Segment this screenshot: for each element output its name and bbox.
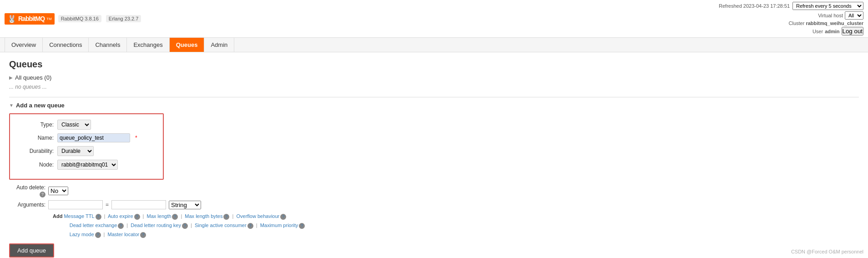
add-queue-form-box: Type: Classic Quorum Name: * Durability:… [9,113,164,180]
dead-letter-exchange-link[interactable]: Dead letter exchange [70,223,117,228]
auto-expire-help[interactable]: ? [134,214,140,220]
max-length-bytes-help[interactable]: ? [223,214,229,220]
cluster-row: Cluster rabbitmq_weihu_cluster [719,20,863,26]
auto-delete-help[interactable]: ? [40,192,45,197]
arguments-key-input[interactable] [48,200,103,209]
arguments-value-input[interactable] [111,200,166,209]
nav-channels[interactable]: Channels [89,38,127,52]
top-bar: 🐰 RabbitMQTM RabbitMQ 3.8.16 Erlang 23.2… [0,0,868,38]
watermark: CSDN @Forced O&M personnel [791,249,863,254]
divider [9,97,859,97]
mp-help[interactable]: ? [299,223,305,229]
refresh-select[interactable]: Refresh every 5 seconds Refresh every 10… [792,2,863,10]
auto-delete-row: Auto delete: ? No Yes [9,184,859,197]
refreshed-label: Refreshed 2023-04-23 17:28:51 [719,3,790,9]
rabbit-icon: 🐰 [7,15,16,23]
lazy-mode-link[interactable]: Lazy mode [70,232,94,237]
max-priority-link[interactable]: Maximum priority [260,223,298,228]
msg-ttl-help[interactable]: ? [96,214,101,220]
top-right: Refreshed 2023-04-23 17:28:51 Refresh ev… [719,2,863,35]
add-queue-button[interactable]: Add queue [9,243,54,258]
max-length-bytes-link[interactable]: Max length bytes [185,213,222,219]
args-eq: = [106,202,109,208]
nav-connections[interactable]: Connections [43,38,89,52]
hint-links: Add Message TTL? | Auto expire? | Max le… [53,212,859,239]
rabbitmq-version: RabbitMQ 3.8.16 [58,15,101,22]
ml-help[interactable]: ? [140,232,146,238]
sac-help[interactable]: ? [247,223,253,229]
add-queue-section-label: Add a new queue [16,102,65,109]
nav-admin[interactable]: Admin [204,38,234,52]
page-title: Queues [9,59,859,70]
dead-letter-routing-link[interactable]: Dead letter routing key [131,223,181,228]
max-length-link[interactable]: Max length [147,213,172,219]
vhost-label: Virtual host [818,13,843,18]
dle-help[interactable]: ? [118,223,124,229]
main-content: Queues ▶ All queues (0) ... no queues ..… [0,52,868,258]
name-input[interactable] [57,133,130,142]
nav-exchanges[interactable]: Exchanges [127,38,169,52]
node-select[interactable]: rabbit@rabbitmq01 [57,160,118,170]
refresh-row: Refreshed 2023-04-23 17:28:51 Refresh ev… [719,2,863,10]
user-value: admin [825,29,839,34]
cluster-value: rabbitmq_weihu_cluster [806,20,863,26]
type-select[interactable]: Classic Quorum [57,120,91,130]
auto-delete-select[interactable]: No Yes [48,187,68,195]
logout-button[interactable]: Log out [842,27,863,35]
name-label: Name: [17,135,54,141]
arguments-label: Arguments: [9,202,45,208]
add-queue-arrow: ▼ [9,103,14,108]
vhost-row: Virtual host All [719,11,863,20]
vhost-select[interactable]: All [845,11,863,20]
auto-expire-link[interactable]: Auto expire [108,213,133,219]
type-label: Type: [17,121,54,128]
user-label: User [812,29,823,34]
name-row: Name: * [17,133,156,142]
node-label: Node: [17,162,54,168]
add-queue-header[interactable]: ▼ Add a new queue [9,102,859,109]
overflow-help[interactable]: ? [280,214,286,220]
nav: Overview Connections Channels Exchanges … [0,38,868,52]
max-length-help[interactable]: ? [172,214,178,220]
type-row: Type: Classic Quorum [17,120,156,130]
nav-queues[interactable]: Queues [170,38,205,52]
all-queues-label: All queues (0) [15,74,51,81]
required-star: * [135,135,137,141]
dlrk-help[interactable]: ? [182,223,188,229]
single-active-link[interactable]: Single active consumer [195,223,247,228]
nav-overview[interactable]: Overview [5,38,43,52]
msg-ttl-link[interactable]: Message TTL [64,213,94,219]
version-info: RabbitMQ 3.8.16 Erlang 23.2.7 [58,15,141,22]
erlang-version: Erlang 23.2.7 [106,15,141,22]
master-locator-link[interactable]: Master locator [107,232,139,237]
all-queues-toggle[interactable]: ▶ All queues (0) [9,74,859,81]
user-row: User admin Log out [719,27,863,35]
logo-tm: TM [46,17,52,21]
add-link[interactable]: Add [53,213,62,219]
logo-text: RabbitMQ [18,15,45,22]
auto-delete-label: Auto delete: ? [9,184,45,197]
durability-row: Durability: Durable Transient [17,146,156,156]
lm-help[interactable]: ? [95,232,101,238]
cluster-label: Cluster [789,20,805,26]
logo-box: 🐰 RabbitMQTM [5,13,55,25]
logo-area: 🐰 RabbitMQTM RabbitMQ 3.8.16 Erlang 23.2… [5,13,141,25]
no-queues-text: ... no queues ... [9,84,859,90]
arguments-row: Arguments: = String Number Boolean List [9,200,859,209]
durability-select[interactable]: Durable Transient [57,146,94,156]
arguments-type-select[interactable]: String Number Boolean List [169,201,201,209]
all-queues-arrow: ▶ [9,75,13,80]
node-row: Node: rabbit@rabbitmq01 [17,160,156,170]
durability-label: Durability: [17,148,54,154]
overflow-link[interactable]: Overflow behaviour [236,213,279,219]
